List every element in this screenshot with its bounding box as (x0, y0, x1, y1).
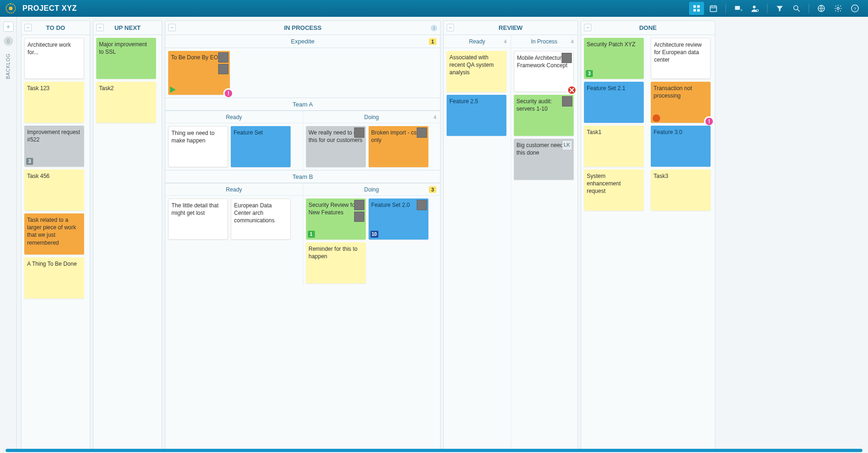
kanban-card[interactable]: Transaction not processing! (651, 82, 711, 123)
card-text: System enhancement request (587, 173, 621, 194)
swimlane-title: Expedite (291, 38, 315, 45)
done-left: Security Patch XYZ3 Feature Set 2.1 Task… (581, 35, 648, 451)
svg-rect-2 (693, 9, 696, 12)
kanban-card[interactable]: Architecture work for... (24, 38, 84, 79)
column-header: − REVIEW (444, 21, 577, 35)
kanban-card[interactable]: A Thing To Be Done (24, 257, 84, 298)
swimlane-title: Team B (292, 173, 313, 180)
card-text: Security audit: servers 1-10 (517, 98, 552, 112)
card-text: Feature Set (234, 129, 263, 136)
kanban-card[interactable]: Security Review for New Features1 (306, 198, 366, 240)
kanban-card[interactable]: To Be Done By EOD! ! (168, 51, 230, 95)
help-icon[interactable]: ? (847, 2, 862, 15)
kanban-card[interactable]: Feature 2.5 (447, 95, 506, 136)
svg-text:+: + (740, 8, 743, 13)
sub-header: Doing3 (303, 184, 441, 196)
kanban-card[interactable]: System enhancement request (584, 170, 644, 211)
kanban-card[interactable]: We really need to do this for our custom… (306, 126, 366, 167)
kanban-card[interactable]: Task1 (584, 126, 644, 167)
kanban-card[interactable]: Feature Set 2.1 (584, 82, 644, 123)
avatar-icon (562, 96, 572, 106)
card-text: Task2 (99, 85, 114, 92)
kanban-card[interactable]: Feature 3.0 (651, 126, 711, 167)
kanban-card[interactable]: Major improvement to SSL (96, 38, 156, 79)
kanban-card[interactable]: Big customer needs this doneLK (514, 139, 574, 180)
kanban-card[interactable]: Security Patch XYZ3 (584, 38, 644, 79)
kanban-card[interactable]: Task2 (96, 82, 156, 123)
calendar-icon[interactable] (706, 2, 721, 15)
kanban-card[interactable]: Feature Set (231, 126, 291, 167)
swimlane-header-team-b: Team B (165, 170, 440, 183)
add-button[interactable]: + (3, 21, 14, 32)
svg-rect-0 (693, 5, 696, 7)
column-upnext: − UP NEXT Major improvement to SSL Task2 (93, 21, 162, 451)
sub-header: Ready4 (444, 35, 511, 48)
card-text: Feature Set 2.1 (587, 85, 626, 92)
collapse-icon[interactable]: − (584, 24, 591, 31)
collapse-icon[interactable]: − (24, 24, 32, 31)
kanban-card[interactable]: Reminder for this to happen (306, 242, 366, 283)
kanban-card[interactable]: The little detail that might get lost (168, 198, 228, 240)
kanban-card[interactable]: Architecture review for European data ce… (651, 38, 711, 79)
globe-icon[interactable] (814, 2, 829, 15)
kanban-card[interactable]: European Data Center arch communications (231, 198, 291, 240)
column-title: UP NEXT (114, 24, 141, 31)
card-text: Broken import - csv only (371, 129, 420, 143)
column-header: − TO DO (21, 21, 90, 35)
filter-icon[interactable] (772, 2, 787, 15)
kanban-card[interactable]: Mobile Architecture Framework Concept (514, 51, 574, 92)
kanban-card[interactable]: Thing we need to make happen (168, 126, 228, 167)
column-inprocess: − IN PROCESS i Expedite 1 To Be Done By … (165, 21, 441, 451)
search-icon[interactable] (789, 2, 804, 15)
kanban-card[interactable]: Task related to a larger piece of work t… (24, 213, 84, 255)
kanban-card[interactable]: Associated with recent QA system analysi… (447, 51, 506, 92)
card-text: Task1 (587, 129, 601, 135)
collapse-icon[interactable]: − (96, 24, 104, 31)
kanban-card[interactable]: Feature Set 2.010 (369, 198, 428, 240)
card-text: Task3 (654, 173, 668, 179)
column-header: − UP NEXT (93, 21, 162, 35)
card-text: A Thing To Be Done (27, 261, 77, 267)
kanban-card[interactable]: Security audit: servers 1-10 (514, 95, 574, 136)
info-icon[interactable]: i (431, 25, 437, 31)
svg-point-15 (837, 7, 840, 10)
card-text: Associated with recent QA system analysi… (449, 54, 494, 76)
avatar-icon (562, 53, 572, 63)
kanban-card[interactable]: Task 123 (24, 82, 84, 123)
svg-rect-8 (735, 6, 740, 10)
board-wrap: + 0 BACKLOG − TO DO Architecture work fo… (0, 17, 868, 451)
kanban-card[interactable]: Broken import - csv only (369, 126, 428, 167)
avatar-icon (354, 200, 364, 210)
gear-icon[interactable] (831, 2, 846, 15)
collapse-icon[interactable]: − (447, 24, 454, 31)
kanban-card[interactable]: Task3 (651, 170, 711, 211)
avatar-icon (218, 52, 228, 63)
card-text: Thing we need to make happen (171, 130, 214, 144)
column-body: Architecture work for... Task 123 Improv… (21, 35, 90, 301)
sub-column-ready: Ready Thing we need to make happen Featu… (165, 111, 303, 170)
horizontal-scrollbar[interactable] (6, 449, 862, 451)
user-settings-icon[interactable] (747, 2, 762, 15)
card-badge: 10 (370, 231, 378, 238)
collapse-icon[interactable]: − (168, 24, 176, 31)
board-view-icon[interactable] (689, 2, 704, 15)
project-title: PROJECT XYZ (22, 4, 77, 13)
team-b-row: Ready The little detail that might get l… (165, 183, 440, 286)
add-card-icon[interactable]: + (731, 2, 746, 15)
kanban-card[interactable]: Task 456 (24, 170, 84, 211)
swimlane-title: Team A (292, 101, 313, 108)
sub-title: Doing (364, 186, 379, 193)
sub-column-doing: Doing3 Security Review for New Features1… (303, 184, 441, 286)
sub-column-inprocess: In Process4 Mobile Architecture Framewor… (511, 35, 578, 451)
card-text: Security Review for New Features (309, 202, 357, 216)
card-text: Security Patch XYZ (587, 41, 635, 48)
backlog-label[interactable]: BACKLOG (6, 53, 11, 79)
svg-rect-1 (697, 5, 700, 7)
card-text: Architecture review for European data ce… (654, 42, 702, 63)
sub-column-ready: Ready The little detail that might get l… (165, 184, 303, 286)
column-title: REVIEW (498, 24, 522, 31)
card-text: Big customer needs this done (517, 142, 566, 156)
kanban-card[interactable]: Improvement request #5223 (24, 126, 84, 167)
card-text: Feature 2.5 (449, 98, 478, 105)
done-right: Architecture review for European data ce… (648, 35, 715, 451)
